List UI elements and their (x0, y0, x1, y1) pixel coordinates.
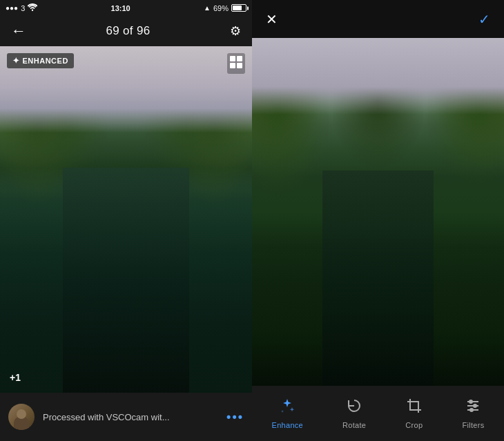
enhance-star-icon: ✦ (12, 56, 20, 66)
svg-rect-1 (237, 56, 242, 61)
top-nav: ← 69 of 96 ⚙ (0, 16, 252, 46)
svg-point-9 (474, 404, 476, 407)
filters-icon (465, 398, 481, 418)
svg-point-10 (470, 409, 473, 411)
editor-close-button[interactable]: ✕ (266, 12, 278, 26)
enhance-icon (279, 398, 295, 418)
svg-rect-4 (410, 402, 418, 410)
status-bar-left: ●●● 3 (6, 3, 37, 12)
signal-strength: ●●● (6, 4, 18, 12)
filters-tool-button[interactable]: Filters (451, 392, 495, 435)
settings-button[interactable]: ⚙ (230, 23, 241, 39)
svg-rect-2 (230, 63, 235, 68)
editor-photo (252, 38, 504, 386)
editor-top-bar: ✕ ✓ (252, 0, 504, 38)
svg-rect-3 (237, 63, 242, 68)
rotate-tool-button[interactable]: Rotate (331, 392, 377, 435)
grid-view-button[interactable] (227, 53, 245, 74)
editor-toolbar: Enhance Rotate Crop (252, 386, 504, 441)
carrier-label: 3 (21, 4, 25, 12)
rotate-label: Rotate (342, 421, 366, 429)
rotate-icon (346, 398, 362, 418)
svg-point-8 (469, 400, 472, 403)
caption-text: Processed with VSCOcam wit... (43, 412, 218, 422)
nav-title: 69 of 96 (106, 24, 151, 38)
enhance-tool-button[interactable]: Enhance (261, 392, 315, 435)
filters-label: Filters (462, 421, 484, 429)
avatar (8, 404, 35, 430)
bottom-bar: Processed with VSCOcam wit... ••• (0, 393, 252, 441)
status-time: 13:10 (111, 4, 130, 12)
battery-icon (231, 4, 246, 12)
editor-confirm-button[interactable]: ✓ (478, 12, 490, 26)
status-bar-right: ▲ 69% (204, 4, 246, 12)
svg-rect-0 (230, 56, 235, 61)
location-icon: ▲ (204, 4, 211, 12)
more-options-button[interactable]: ••• (226, 410, 244, 424)
photo-area: ✦ ENHANCED +1 (0, 46, 252, 393)
enhanced-label: ENHANCED (23, 57, 68, 65)
plus-one-badge: +1 (10, 372, 21, 383)
status-bar: ●●● 3 13:10 ▲ 69% (0, 0, 252, 16)
photo-canvas (0, 46, 252, 393)
crop-icon (406, 398, 423, 418)
battery-pct-label: 69% (213, 4, 229, 12)
crop-label: Crop (405, 421, 423, 429)
left-panel: ●●● 3 13:10 ▲ 69% ← 69 of 96 ⚙ ✦ ENHA (0, 0, 252, 441)
enhanced-badge[interactable]: ✦ ENHANCED (7, 53, 74, 68)
back-button[interactable]: ← (11, 23, 26, 39)
enhance-label: Enhance (272, 421, 304, 429)
right-panel: ✕ ✓ Enhance Rotate (252, 0, 504, 441)
crop-tool-button[interactable]: Crop (394, 392, 434, 435)
wifi-icon (28, 3, 37, 12)
